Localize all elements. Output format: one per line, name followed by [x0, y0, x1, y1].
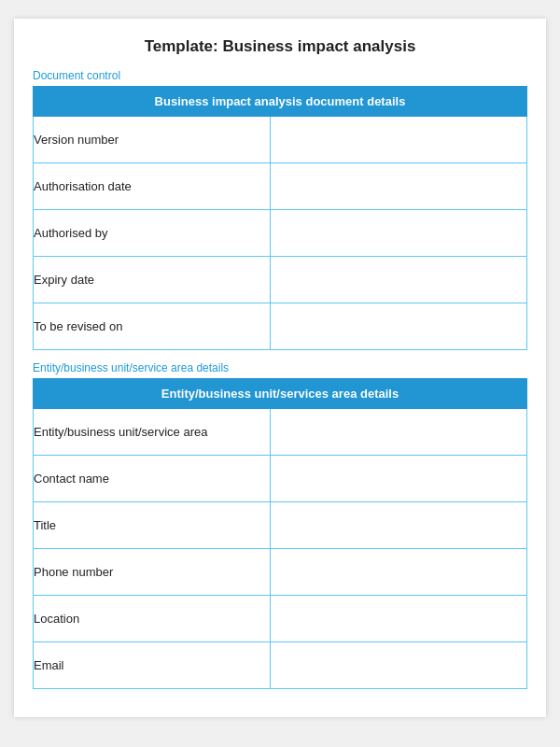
page-title: Template: Business impact analysis: [33, 37, 527, 56]
row-value[interactable]: [270, 642, 526, 689]
table-row: To be revised on: [34, 303, 527, 350]
row-label: Version number: [34, 117, 271, 163]
row-value[interactable]: [270, 117, 526, 163]
row-label: Location: [34, 596, 271, 642]
row-value[interactable]: [270, 409, 526, 456]
row-value[interactable]: [270, 303, 526, 350]
row-value[interactable]: [270, 502, 526, 549]
row-value[interactable]: [270, 596, 526, 642]
row-label: Authorised by: [34, 210, 271, 257]
section2-table: Entity/business unit/services area detai…: [33, 378, 527, 689]
row-value[interactable]: [270, 163, 526, 210]
table-row: Entity/business unit/service area: [34, 409, 527, 456]
row-label: Title: [34, 502, 271, 549]
section2-label: Entity/business unit/service area detail…: [33, 361, 527, 374]
section1-label: Document control: [33, 69, 527, 82]
row-label: Email: [34, 642, 271, 689]
table-row: Authorised by: [34, 210, 527, 257]
table-row: Version number: [34, 117, 527, 163]
section2-table-header: Entity/business unit/services area detai…: [34, 379, 527, 409]
row-value[interactable]: [270, 210, 526, 257]
row-label: Contact name: [34, 456, 271, 502]
page-container: Template: Business impact analysis Docum…: [14, 19, 546, 717]
table-row: Email: [34, 642, 527, 689]
section1-table: Business impact analysis document detail…: [33, 86, 527, 350]
section1-table-header: Business impact analysis document detail…: [34, 87, 527, 117]
table-row: Location: [34, 596, 527, 642]
table-row: Phone number: [34, 549, 527, 596]
table-row: Authorisation date: [34, 163, 527, 210]
row-value[interactable]: [270, 257, 526, 303]
table-row: Title: [34, 502, 527, 549]
row-value[interactable]: [270, 456, 526, 502]
row-label: Entity/business unit/service area: [34, 409, 271, 456]
row-label: Authorisation date: [34, 163, 271, 210]
row-value[interactable]: [270, 549, 526, 596]
table-row: Contact name: [34, 456, 527, 502]
table-row: Expiry date: [34, 257, 527, 303]
row-label: Expiry date: [34, 257, 271, 303]
row-label: Phone number: [34, 549, 271, 596]
row-label: To be revised on: [34, 303, 271, 350]
